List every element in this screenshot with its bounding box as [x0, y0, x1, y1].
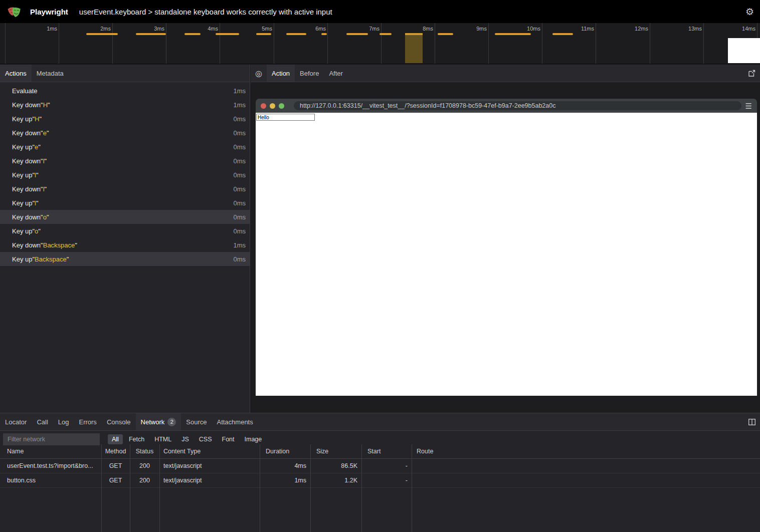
- timeline-action-bar[interactable]: [321, 33, 327, 35]
- column-divider: [260, 444, 260, 532]
- network-filter-chip[interactable]: HTML: [150, 434, 175, 444]
- timeline-tick-label: 10ms: [512, 26, 540, 32]
- bottom-panel-tab[interactable]: Attachments: [212, 413, 258, 430]
- bottom-panel-tab[interactable]: Console: [102, 413, 136, 430]
- request-start: -: [361, 477, 412, 484]
- action-row[interactable]: Key down "o" 0ms: [0, 210, 250, 224]
- action-quote: ": [48, 101, 50, 109]
- bottom-panel-tab[interactable]: Source: [181, 413, 212, 430]
- action-duration: 1ms: [233, 101, 246, 109]
- bottom-panel-tab[interactable]: Call: [32, 413, 53, 430]
- pick-locator-icon[interactable]: ◎: [251, 65, 267, 82]
- snapshot-tab[interactable]: Before: [295, 65, 324, 82]
- actions-tabstrip: ActionsMetadata: [0, 65, 250, 82]
- timeline[interactable]: 1ms 2ms 3ms 4ms 5ms 6ms 7ms 8ms 9ms 10: [0, 23, 760, 64]
- action-row[interactable]: Key down "l" 0ms: [0, 154, 250, 168]
- bottom-tab-label: Log: [58, 418, 69, 426]
- strip-spacer: [348, 65, 744, 82]
- open-external-icon[interactable]: [744, 65, 760, 82]
- main-area: ActionsMetadata Evaluate 1ms Key down "H…: [0, 65, 760, 413]
- network-table-header: Name Method Status Content Type Duration…: [0, 444, 760, 459]
- col-header-status[interactable]: Status: [130, 448, 159, 455]
- action-row[interactable]: Key down "Backspace" 1ms: [0, 238, 250, 252]
- action-row[interactable]: Evaluate 1ms: [0, 84, 250, 98]
- timeline-screenshot-thumbnail[interactable]: [728, 38, 760, 63]
- timeline-gridline: [112, 23, 113, 64]
- col-header-start[interactable]: Start: [361, 448, 412, 455]
- action-quote: ": [38, 143, 41, 151]
- action-key-value: e: [43, 129, 47, 137]
- timeline-gridline: [274, 23, 274, 64]
- timeline-gridline: [435, 23, 435, 64]
- network-request-row[interactable]: button.css GET 200 text/javascript 1ms 1…: [0, 473, 760, 488]
- snapshot-tab[interactable]: After: [324, 65, 347, 82]
- timeline-tick-label: 1ms: [29, 26, 57, 32]
- filter-network-input[interactable]: [3, 433, 100, 445]
- col-header-content-type[interactable]: Content Type: [159, 448, 260, 455]
- action-row[interactable]: Key up "o" 0ms: [0, 224, 250, 238]
- url-text: http://127.0.0.1:63315/__vitest_test__/?…: [300, 102, 555, 109]
- snapshot-tabstrip: ◎ ActionBeforeAfter: [251, 65, 760, 82]
- col-header-method[interactable]: Method: [101, 448, 130, 455]
- actions-panel-tab[interactable]: Actions: [0, 65, 32, 82]
- timeline-gridline: [166, 23, 166, 64]
- timeline-action-bar[interactable]: [286, 33, 306, 35]
- action-quote: ": [36, 199, 39, 207]
- network-filter-chip[interactable]: Image: [241, 434, 266, 444]
- timeline-selected-range[interactable]: [405, 33, 423, 63]
- timeline-action-bar[interactable]: [256, 33, 271, 35]
- timeline-action-bar[interactable]: [379, 33, 392, 35]
- split-view-icon[interactable]: [744, 413, 760, 430]
- bottom-panel-tab[interactable]: Log: [53, 413, 74, 430]
- timeline-action-bar[interactable]: [438, 33, 453, 35]
- action-quote: ": [67, 255, 69, 263]
- timeline-action-bar[interactable]: [552, 33, 573, 35]
- action-row[interactable]: Key down "e" 0ms: [0, 126, 250, 140]
- request-content-type: text/javascript: [159, 462, 260, 469]
- network-filter-chip[interactable]: Fetch: [125, 434, 148, 444]
- action-row[interactable]: Key up "l" 0ms: [0, 168, 250, 182]
- browser-chrome-bar: http://127.0.0.1:63315/__vitest_test__/?…: [256, 99, 757, 113]
- action-row[interactable]: Key up "e" 0ms: [0, 140, 250, 154]
- actions-panel-tab[interactable]: Metadata: [32, 65, 69, 82]
- url-bar: http://127.0.0.1:63315/__vitest_test__/?…: [294, 101, 741, 110]
- bottom-panel-tab[interactable]: Locator: [0, 413, 32, 430]
- col-header-route[interactable]: Route: [412, 448, 760, 455]
- timeline-action-bar[interactable]: [346, 33, 368, 35]
- action-duration: 1ms: [233, 87, 246, 95]
- bottom-panel-tab[interactable]: Network 2: [136, 413, 181, 430]
- action-duration: 0ms: [233, 185, 246, 193]
- network-request-row[interactable]: userEvent.test.ts?import&bro... GET 200 …: [0, 459, 760, 473]
- request-start: -: [361, 462, 412, 469]
- col-header-duration[interactable]: Duration: [260, 448, 310, 455]
- snapshot-tab[interactable]: Action: [267, 65, 295, 82]
- action-duration: 0ms: [233, 255, 246, 263]
- action-row[interactable]: Key down "H" 1ms: [0, 98, 250, 112]
- playwright-logo-icon: [6, 3, 23, 20]
- action-row[interactable]: Key up "l" 0ms: [0, 196, 250, 210]
- timeline-action-bar[interactable]: [216, 33, 239, 35]
- timeline-action-bar[interactable]: [86, 33, 118, 35]
- timeline-action-bar[interactable]: [136, 33, 166, 35]
- action-row[interactable]: Key down "l" 0ms: [0, 182, 250, 196]
- col-header-size[interactable]: Size: [310, 448, 361, 455]
- col-header-name[interactable]: Name: [0, 448, 101, 455]
- page-text-input[interactable]: [256, 114, 315, 121]
- traffic-light-close-icon: [261, 103, 266, 109]
- network-filter-chip[interactable]: JS: [177, 434, 193, 444]
- bottom-panel: Locator Call Log Errors Console Network …: [0, 413, 760, 532]
- settings-gear-icon[interactable]: ⚙: [745, 7, 754, 17]
- timeline-action-bar[interactable]: [495, 33, 531, 35]
- request-size: 86.5K: [310, 462, 361, 469]
- timeline-action-bar[interactable]: [184, 33, 201, 35]
- action-row[interactable]: Key up "Backspace" 0ms: [0, 252, 250, 266]
- network-filter-chips: AllFetchHTMLJSCSSFontImage: [108, 434, 266, 444]
- timeline-gridline: [488, 23, 489, 64]
- column-divider: [101, 444, 102, 532]
- network-filter-chip[interactable]: CSS: [195, 434, 216, 444]
- network-filter-chip[interactable]: All: [108, 434, 123, 444]
- network-filter-chip[interactable]: Font: [218, 434, 239, 444]
- snapshot-panel: ◎ ActionBeforeAfter http://127.0.0.1:633…: [251, 65, 760, 413]
- action-row[interactable]: Key up "H" 0ms: [0, 112, 250, 126]
- bottom-panel-tab[interactable]: Errors: [74, 413, 101, 430]
